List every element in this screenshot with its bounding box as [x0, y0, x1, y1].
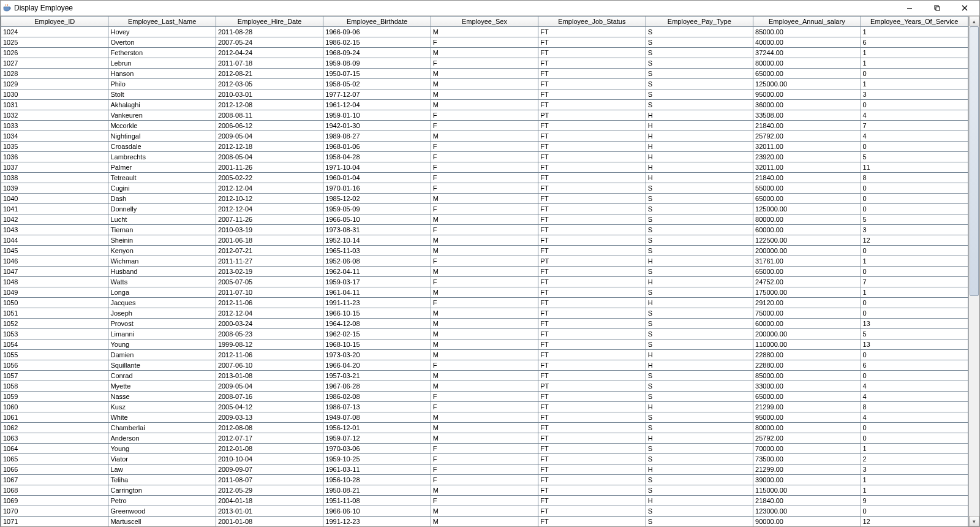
table-cell[interactable]: 40000.00	[753, 37, 861, 48]
table-row[interactable]: 1040Dash2012-10-121985-12-02MFTS65000.00…	[1, 194, 968, 204]
table-cell[interactable]: 2005-04-12	[216, 402, 323, 412]
table-cell[interactable]: 1968-09-24	[323, 48, 431, 58]
table-cell[interactable]: 1	[861, 444, 968, 454]
table-cell[interactable]: 1959-03-17	[323, 277, 431, 287]
table-cell[interactable]: 1973-03-20	[323, 350, 431, 360]
table-cell[interactable]: FT	[538, 162, 646, 173]
table-row[interactable]: 1038Tetreault2005-02-221960-01-04FFTH218…	[1, 173, 968, 183]
table-cell[interactable]: 2012-11-06	[216, 350, 323, 360]
table-cell[interactable]: S	[646, 392, 753, 402]
table-cell[interactable]: 1048	[1, 277, 108, 287]
table-cell[interactable]: M	[431, 412, 538, 423]
table-cell[interactable]: S	[646, 371, 753, 381]
table-cell[interactable]: Damien	[108, 350, 216, 360]
table-cell[interactable]: FT	[538, 131, 646, 142]
table-cell[interactable]: 29120.00	[753, 298, 861, 308]
table-cell[interactable]: F	[431, 58, 538, 69]
table-cell[interactable]: Akhalaghi	[108, 100, 216, 110]
table-cell[interactable]: 32011.00	[753, 142, 861, 152]
table-cell[interactable]: 1042	[1, 214, 108, 225]
table-cell[interactable]: 1064	[1, 444, 108, 454]
table-row[interactable]: 1049Longa2011-07-101961-04-11MFTS175000.…	[1, 287, 968, 298]
table-cell[interactable]: 1059	[1, 392, 108, 402]
table-cell[interactable]: 25792.00	[753, 131, 861, 142]
table-cell[interactable]: S	[646, 485, 753, 496]
table-cell[interactable]: 65000.00	[753, 267, 861, 277]
table-cell[interactable]: FT	[538, 235, 646, 246]
table-cell[interactable]: 2008-07-16	[216, 392, 323, 402]
table-cell[interactable]: 24752.00	[753, 277, 861, 287]
table-cell[interactable]: H	[646, 277, 753, 287]
table-cell[interactable]: F	[431, 225, 538, 235]
titlebar[interactable]: Display Employee	[1, 1, 979, 16]
table-cell[interactable]: 1973-08-31	[323, 225, 431, 235]
table-cell[interactable]: H	[646, 360, 753, 371]
table-cell[interactable]: Young	[108, 444, 216, 454]
table-cell[interactable]: 39000.00	[753, 475, 861, 485]
table-cell[interactable]: 73500.00	[753, 454, 861, 464]
table-cell[interactable]: Greenwood	[108, 506, 216, 517]
table-cell[interactable]: 13	[861, 339, 968, 350]
column-header[interactable]: Employee_Sex	[431, 17, 538, 27]
table-cell[interactable]: Viator	[108, 454, 216, 464]
table-cell[interactable]: 1952-06-08	[323, 256, 431, 267]
table-cell[interactable]: 8	[861, 173, 968, 183]
table-cell[interactable]: Kusz	[108, 402, 216, 412]
table-cell[interactable]: FT	[538, 287, 646, 298]
table-cell[interactable]: FT	[538, 37, 646, 48]
table-cell[interactable]: 1966-06-10	[323, 506, 431, 517]
table-cell[interactable]: 1959-08-09	[323, 58, 431, 69]
table-cell[interactable]: Longa	[108, 287, 216, 298]
table-cell[interactable]: 21840.00	[753, 173, 861, 183]
scroll-up-arrow-icon[interactable]: ▴	[969, 16, 979, 26]
table-cell[interactable]: 1986-07-13	[323, 402, 431, 412]
table-cell[interactable]: FT	[538, 464, 646, 475]
table-cell[interactable]: 1044	[1, 235, 108, 246]
table-cell[interactable]: White	[108, 412, 216, 423]
table-row[interactable]: 1043Tiernan2010-03-191973-08-31FFTS60000…	[1, 225, 968, 235]
table-cell[interactable]: 1	[861, 287, 968, 298]
table-cell[interactable]: 4	[861, 392, 968, 402]
table-cell[interactable]: 123000.00	[753, 506, 861, 517]
table-cell[interactable]: 1063	[1, 433, 108, 444]
table-cell[interactable]: Donnelly	[108, 204, 216, 214]
table-cell[interactable]: FT	[538, 496, 646, 506]
table-cell[interactable]: F	[431, 162, 538, 173]
table-cell[interactable]: Nasse	[108, 392, 216, 402]
table-cell[interactable]: FT	[538, 225, 646, 235]
table-cell[interactable]: FT	[538, 79, 646, 89]
table-cell[interactable]: 2011-11-27	[216, 256, 323, 267]
table-cell[interactable]: FT	[538, 412, 646, 423]
table-cell[interactable]: 2012-08-08	[216, 423, 323, 433]
table-cell[interactable]: FT	[538, 69, 646, 79]
table-cell[interactable]: M	[431, 79, 538, 89]
table-cell[interactable]: FT	[538, 27, 646, 37]
table-cell[interactable]: 1031	[1, 100, 108, 110]
table-cell[interactable]: M	[431, 267, 538, 277]
table-cell[interactable]: 1960-01-04	[323, 173, 431, 183]
employee-table[interactable]: Employee_IDEmployee_Last_NameEmployee_Hi…	[1, 16, 968, 526]
table-cell[interactable]: 1952-10-14	[323, 235, 431, 246]
table-cell[interactable]: 2001-11-26	[216, 162, 323, 173]
table-cell[interactable]: M	[431, 371, 538, 381]
table-cell[interactable]: 2013-02-19	[216, 267, 323, 277]
table-cell[interactable]: 0	[861, 142, 968, 152]
minimize-button[interactable]	[895, 1, 923, 15]
table-cell[interactable]: FT	[538, 371, 646, 381]
table-cell[interactable]: 1027	[1, 58, 108, 69]
table-row[interactable]: 1030Stolt2010-03-011977-12-07MFTS95000.0…	[1, 89, 968, 100]
table-cell[interactable]: FT	[538, 475, 646, 485]
table-cell[interactable]: H	[646, 162, 753, 173]
table-cell[interactable]: 1	[861, 48, 968, 58]
table-row[interactable]: 1056Squillante2007-06-101966-04-20FFTH22…	[1, 360, 968, 371]
table-cell[interactable]: 1070	[1, 506, 108, 517]
table-row[interactable]: 1031Akhalaghi2012-12-081961-12-04MFTS360…	[1, 100, 968, 110]
table-cell[interactable]: F	[431, 402, 538, 412]
table-cell[interactable]: F	[431, 496, 538, 506]
table-cell[interactable]: 0	[861, 433, 968, 444]
table-cell[interactable]: Fetherston	[108, 48, 216, 58]
table-cell[interactable]: S	[646, 267, 753, 277]
table-cell[interactable]: S	[646, 517, 753, 527]
table-cell[interactable]: Hanson	[108, 69, 216, 79]
table-cell[interactable]: 32011.00	[753, 162, 861, 173]
